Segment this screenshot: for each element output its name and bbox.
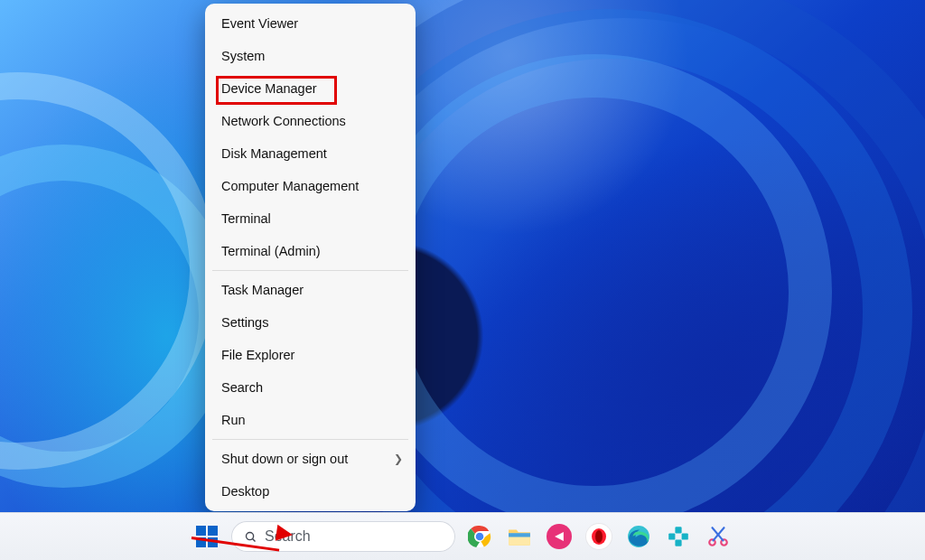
menu-item-label: Shut down or sign out: [221, 452, 348, 466]
svg-point-0: [247, 532, 254, 539]
menu-item-settings[interactable]: Settings: [205, 306, 416, 339]
menu-item-run[interactable]: Run: [205, 404, 416, 436]
menu-item-file-explorer[interactable]: File Explorer: [205, 339, 416, 371]
svg-rect-11: [668, 533, 675, 539]
svg-rect-6: [509, 533, 530, 537]
taskbar: Search: [0, 512, 925, 560]
menu-item-task-manager[interactable]: Task Manager: [205, 274, 416, 306]
menu-item-label: Terminal (Admin): [221, 244, 321, 258]
menu-item-system[interactable]: System: [205, 40, 416, 72]
submenu-chevron-icon: ❯: [394, 453, 403, 465]
windows-logo-icon: [196, 526, 218, 547]
dashlane-icon: [547, 524, 572, 549]
search-placeholder: Search: [265, 528, 311, 545]
menu-item-label: System: [221, 49, 265, 63]
menu-item-label: Terminal: [221, 211, 271, 226]
power-user-menu: Event Viewer System Device Manager Netwo…: [205, 4, 416, 511]
menu-item-label: Desktop: [221, 484, 269, 499]
svg-rect-13: [675, 540, 681, 546]
taskbar-app-chrome[interactable]: [464, 521, 495, 552]
menu-item-device-manager[interactable]: Device Manager: [205, 72, 416, 105]
desktop-wallpaper: [0, 0, 925, 560]
start-button[interactable]: [192, 521, 222, 552]
opera-icon: [586, 524, 612, 549]
menu-item-terminal-admin[interactable]: Terminal (Admin): [205, 235, 416, 267]
taskbar-app-snipping-tool[interactable]: [703, 521, 733, 552]
menu-item-label: Settings: [221, 315, 268, 330]
menu-item-label: Task Manager: [221, 283, 304, 297]
menu-item-label: Search: [221, 380, 263, 395]
menu-item-label: Run: [221, 413, 246, 427]
menu-item-label: Disk Management: [221, 146, 327, 161]
menu-item-label: Network Connections: [221, 114, 346, 128]
menu-item-shutdown-signout[interactable]: Shut down or sign out ❯: [205, 443, 416, 475]
menu-item-label: Device Manager: [221, 81, 317, 96]
taskbar-app-generic[interactable]: [663, 521, 694, 552]
taskbar-app-opera[interactable]: [584, 521, 614, 552]
svg-line-1: [253, 538, 256, 541]
file-explorer-icon: [508, 527, 531, 546]
taskbar-app-file-explorer[interactable]: [504, 521, 535, 552]
taskbar-search-box[interactable]: Search: [231, 521, 455, 552]
menu-item-terminal[interactable]: Terminal: [205, 202, 416, 235]
menu-item-desktop[interactable]: Desktop: [205, 475, 416, 508]
menu-item-computer-management[interactable]: Computer Management: [205, 170, 416, 202]
menu-item-disk-management[interactable]: Disk Management: [205, 137, 416, 170]
menu-item-network-connections[interactable]: Network Connections: [205, 105, 416, 137]
svg-point-8: [595, 530, 603, 543]
menu-item-label: File Explorer: [221, 348, 294, 362]
menu-item-label: Computer Management: [221, 179, 359, 193]
taskbar-app-dashlane[interactable]: [544, 521, 575, 552]
svg-rect-10: [675, 527, 681, 533]
app-icon: [668, 526, 689, 547]
menu-separator: [212, 439, 408, 440]
menu-item-event-viewer[interactable]: Event Viewer: [205, 7, 416, 40]
menu-separator: [212, 270, 408, 271]
snipping-tool-icon: [706, 525, 730, 548]
taskbar-app-edge[interactable]: [623, 521, 654, 552]
menu-item-search[interactable]: Search: [205, 371, 416, 404]
menu-item-label: Event Viewer: [221, 16, 298, 31]
edge-icon: [627, 525, 650, 548]
search-icon: [244, 530, 257, 544]
chrome-icon: [468, 525, 491, 548]
svg-rect-12: [682, 533, 688, 539]
